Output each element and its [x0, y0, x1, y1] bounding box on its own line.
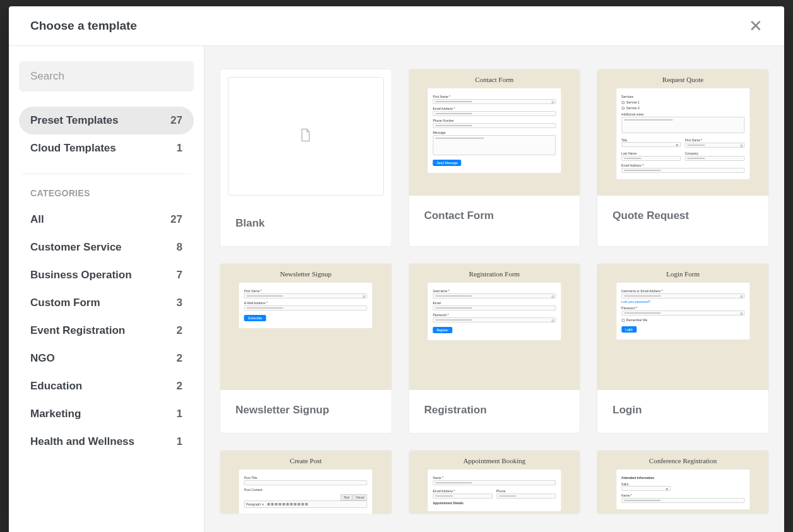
template-card-label: Blank	[220, 203, 391, 246]
search-input[interactable]	[19, 61, 194, 92]
template-card-label: Contact Form	[409, 196, 580, 239]
category-custom-form[interactable]: Custom Form 3	[19, 289, 194, 317]
preview-title: Appointment Booking	[427, 457, 561, 464]
categories-heading: CATEGORIES	[19, 186, 194, 206]
category-business-operation[interactable]: Business Operation 7	[19, 261, 194, 289]
category-count: 1	[177, 408, 182, 420]
preview-title: Login Form	[616, 270, 749, 278]
modal-title: Choose a template	[30, 19, 137, 33]
template-card-contact-form[interactable]: Contact Form First Name * Email Address …	[408, 69, 581, 247]
template-thumbnail: Contact Form First Name * Email Address …	[409, 69, 580, 196]
template-thumbnail: Registration Form Username * Email Passw…	[409, 264, 580, 390]
template-card-label: Login	[597, 390, 768, 433]
type-cloud-templates[interactable]: Cloud Templates 1	[19, 134, 194, 162]
template-thumbnail: Request Quote Services Service 1 Service…	[597, 69, 768, 196]
close-button[interactable]: ✕	[746, 18, 765, 34]
template-card-create-post[interactable]: Create Post Post Title Post Content Visu…	[220, 450, 392, 514]
template-thumbnail: Login Form Username or Email Address * L…	[597, 264, 768, 390]
type-preset-templates[interactable]: Preset Templates 27	[19, 107, 194, 134]
category-count: 2	[177, 380, 182, 393]
category-label: All	[30, 213, 44, 226]
template-card-newsletter-signup[interactable]: Newsletter Signup First Name * E-Mail Ad…	[220, 263, 392, 434]
template-card-login[interactable]: Login Form Username or Email Address * L…	[597, 263, 769, 434]
template-card-label: Newsletter Signup	[220, 390, 391, 433]
type-count: 27	[170, 114, 182, 127]
category-count: 7	[177, 269, 182, 281]
template-thumbnail	[228, 77, 384, 196]
template-grid-container[interactable]: Blank Contact Form First Name * Email Ad…	[205, 46, 784, 532]
modal-header: Choose a template ✕	[9, 6, 784, 46]
template-thumbnail: Appointment Booking Name * Email Address…	[409, 451, 580, 514]
preview-title: Request Quote	[616, 76, 749, 83]
category-count: 3	[177, 297, 182, 309]
template-card-appointment-booking[interactable]: Appointment Booking Name * Email Address…	[408, 450, 581, 514]
preview-title: Create Post	[239, 457, 373, 464]
category-event-registration[interactable]: Event Registration 2	[19, 317, 194, 345]
preview-title: Registration Form	[427, 270, 561, 278]
type-label: Preset Templates	[30, 114, 119, 127]
preview-title: Conference Registration	[616, 457, 749, 464]
category-all[interactable]: All 27	[19, 206, 194, 233]
template-card-blank[interactable]: Blank	[220, 69, 392, 247]
category-label: Custom Form	[30, 297, 100, 309]
template-thumbnail: Conference Registration Attendant Inform…	[597, 451, 768, 514]
template-thumbnail: Newsletter Signup First Name * E-Mail Ad…	[220, 264, 391, 390]
template-grid: Blank Contact Form First Name * Email Ad…	[220, 69, 769, 514]
category-label: Business Operation	[30, 269, 132, 281]
template-picker-modal: Choose a template ✕ Preset Templates 27 …	[9, 6, 784, 532]
type-count: 1	[177, 142, 182, 155]
category-count: 8	[177, 241, 182, 254]
modal-body: Preset Templates 27 Cloud Templates 1 CA…	[9, 46, 784, 532]
category-count: 2	[177, 352, 182, 365]
category-label: Marketing	[30, 408, 81, 420]
category-ngo[interactable]: NGO 2	[19, 345, 194, 372]
category-count: 27	[170, 213, 182, 226]
sidebar: Preset Templates 27 Cloud Templates 1 CA…	[9, 46, 205, 532]
divider	[21, 174, 191, 174]
category-list: All 27 Customer Service 8 Business Opera…	[19, 206, 194, 456]
blank-file-icon	[300, 128, 311, 145]
close-icon: ✕	[749, 16, 763, 35]
category-customer-service[interactable]: Customer Service 8	[19, 233, 194, 261]
category-education[interactable]: Education 2	[19, 372, 194, 400]
template-type-list: Preset Templates 27 Cloud Templates 1	[19, 107, 194, 162]
template-card-label: Registration	[409, 390, 580, 433]
template-card-label: Quote Request	[597, 196, 768, 239]
template-card-registration[interactable]: Registration Form Username * Email Passw…	[408, 263, 581, 434]
type-label: Cloud Templates	[30, 142, 116, 155]
preview-title: Contact Form	[427, 76, 561, 83]
category-marketing[interactable]: Marketing 1	[19, 400, 194, 428]
preview-title: Newsletter Signup	[239, 270, 373, 278]
category-label: Customer Service	[30, 241, 122, 254]
template-card-quote-request[interactable]: Request Quote Services Service 1 Service…	[597, 69, 769, 247]
category-label: NGO	[30, 352, 55, 365]
category-label: Education	[30, 380, 82, 393]
template-card-conference-registration[interactable]: Conference Registration Attendant Inform…	[597, 450, 769, 514]
category-label: Event Registration	[30, 324, 125, 337]
category-label: Health and Wellness	[30, 435, 134, 448]
category-count: 1	[177, 435, 182, 448]
category-health-and-wellness[interactable]: Health and Wellness 1	[19, 428, 194, 456]
category-count: 2	[177, 324, 182, 337]
template-thumbnail: Create Post Post Title Post Content Visu…	[220, 451, 391, 514]
